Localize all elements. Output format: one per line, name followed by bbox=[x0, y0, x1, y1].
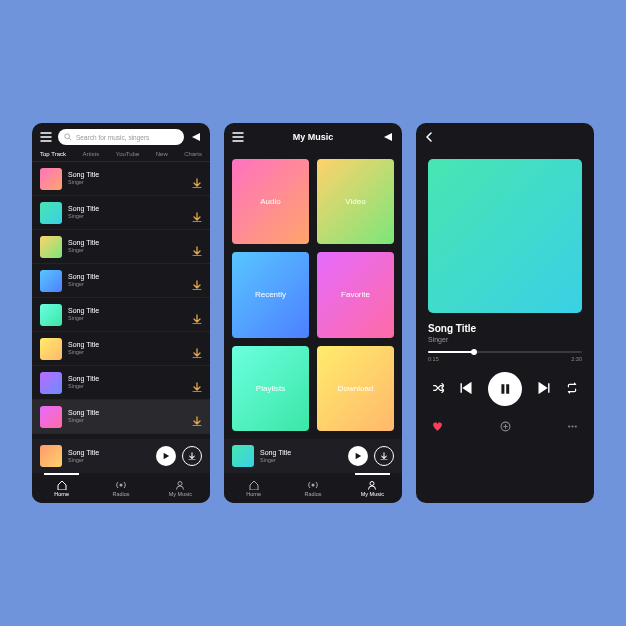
album-art-container bbox=[416, 151, 594, 317]
tab-top-track[interactable]: Top Track bbox=[40, 151, 66, 157]
tab-youtube[interactable]: YouTube bbox=[116, 151, 140, 157]
category-download[interactable]: Download bbox=[317, 346, 394, 431]
track-row[interactable]: Song Title Singer bbox=[32, 196, 210, 230]
prev-button[interactable] bbox=[460, 380, 472, 398]
repeat-button[interactable] bbox=[566, 380, 578, 398]
download-icon[interactable] bbox=[192, 344, 202, 354]
download-icon[interactable] bbox=[192, 276, 202, 286]
now-playing-artist: Singer bbox=[260, 457, 342, 463]
tab-charts[interactable]: Charts bbox=[184, 151, 202, 157]
category-label: Audio bbox=[260, 197, 280, 206]
track-artist: Singer bbox=[68, 315, 186, 321]
track-info: Song Title Singer bbox=[68, 273, 186, 287]
menu-icon[interactable] bbox=[232, 131, 244, 143]
radio-icon bbox=[116, 480, 126, 490]
play-button[interactable] bbox=[348, 446, 368, 466]
category-playlists[interactable]: Playlists bbox=[232, 346, 309, 431]
track-row[interactable]: Song Title Singer bbox=[32, 366, 210, 400]
category-label: Playlists bbox=[256, 384, 285, 393]
track-row[interactable]: Song Title Singer bbox=[32, 400, 210, 434]
progress-bar[interactable] bbox=[428, 351, 582, 353]
progress-knob[interactable] bbox=[471, 349, 477, 355]
category-favorite[interactable]: Favorite bbox=[317, 252, 394, 337]
screen-my-music: My Music AudioVideoRecentlyFavoritePlayl… bbox=[224, 123, 402, 503]
tab-artists[interactable]: Artists bbox=[83, 151, 100, 157]
time-total: 2:30 bbox=[571, 356, 582, 362]
share-icon[interactable] bbox=[382, 131, 394, 143]
menu-icon[interactable] bbox=[40, 131, 52, 143]
track-title: Song Title bbox=[68, 239, 186, 247]
nav-radios[interactable]: Radios bbox=[91, 473, 150, 503]
secondary-controls bbox=[416, 414, 594, 446]
time-elapsed: 0:15 bbox=[428, 356, 439, 362]
progress: 0:15 2:30 bbox=[416, 345, 594, 364]
now-playing-info: Song Title Singer bbox=[68, 449, 150, 463]
category-video[interactable]: Video bbox=[317, 159, 394, 244]
mini-player[interactable]: Song Title Singer bbox=[32, 439, 210, 473]
track-list: Song Title Singer Song Title Singer Song… bbox=[32, 162, 210, 439]
category-recently[interactable]: Recently bbox=[232, 252, 309, 337]
main-controls bbox=[416, 364, 594, 414]
track-info: Song Title Singer bbox=[68, 307, 186, 321]
next-button[interactable] bbox=[538, 380, 550, 398]
nav-my-music[interactable]: My Music bbox=[343, 473, 402, 503]
back-button[interactable] bbox=[424, 128, 434, 146]
download-icon[interactable] bbox=[192, 378, 202, 388]
heart-icon[interactable] bbox=[432, 418, 443, 436]
track-title: Song Title bbox=[68, 171, 186, 179]
play-button[interactable] bbox=[156, 446, 176, 466]
track-art bbox=[40, 372, 62, 394]
bottom-nav: HomeRadiosMy Music bbox=[224, 473, 402, 503]
track-row[interactable]: Song Title Singer bbox=[32, 230, 210, 264]
download-icon[interactable] bbox=[192, 242, 202, 252]
nav-label: My Music bbox=[361, 491, 384, 497]
nav-home[interactable]: Home bbox=[224, 473, 283, 503]
category-grid: AudioVideoRecentlyFavoritePlaylistsDownl… bbox=[224, 151, 402, 439]
pause-button[interactable] bbox=[488, 372, 522, 406]
category-audio[interactable]: Audio bbox=[232, 159, 309, 244]
download-icon[interactable] bbox=[192, 310, 202, 320]
home-icon bbox=[57, 480, 67, 490]
track-art bbox=[40, 202, 62, 224]
download-icon[interactable] bbox=[192, 208, 202, 218]
download-icon[interactable] bbox=[192, 174, 202, 184]
bottom-nav: HomeRadiosMy Music bbox=[32, 473, 210, 503]
track-art bbox=[40, 236, 62, 258]
nav-my-music[interactable]: My Music bbox=[151, 473, 210, 503]
category-label: Download bbox=[338, 384, 374, 393]
more-icon[interactable] bbox=[567, 418, 578, 436]
person-icon bbox=[175, 480, 185, 490]
album-art bbox=[428, 159, 582, 313]
radio-icon bbox=[308, 480, 318, 490]
mini-player[interactable]: Song Title Singer bbox=[224, 439, 402, 473]
nav-label: Home bbox=[54, 491, 69, 497]
person-icon bbox=[367, 480, 377, 490]
shuffle-button[interactable] bbox=[432, 380, 444, 398]
share-icon[interactable] bbox=[190, 131, 202, 143]
nav-label: Radios bbox=[304, 491, 321, 497]
track-art bbox=[40, 304, 62, 326]
category-label: Video bbox=[345, 197, 365, 206]
nav-home[interactable]: Home bbox=[32, 473, 91, 503]
track-row[interactable]: Song Title Singer bbox=[32, 332, 210, 366]
track-info: Song Title Singer bbox=[68, 205, 186, 219]
track-art bbox=[40, 168, 62, 190]
track-artist: Singer bbox=[428, 336, 582, 343]
nav-label: Home bbox=[246, 491, 261, 497]
track-row[interactable]: Song Title Singer bbox=[32, 264, 210, 298]
download-icon[interactable] bbox=[192, 412, 202, 422]
track-artist: Singer bbox=[68, 179, 186, 185]
track-row[interactable]: Song Title Singer bbox=[32, 162, 210, 196]
home-icon bbox=[249, 480, 259, 490]
download-button[interactable] bbox=[182, 446, 202, 466]
download-button[interactable] bbox=[374, 446, 394, 466]
track-title: Song Title bbox=[68, 409, 186, 417]
add-icon[interactable] bbox=[500, 418, 511, 436]
tab-new[interactable]: New bbox=[156, 151, 168, 157]
screen-track-list: Search for music, singers Top TrackArtis… bbox=[32, 123, 210, 503]
nav-radios[interactable]: Radios bbox=[283, 473, 342, 503]
track-artist: Singer bbox=[68, 383, 186, 389]
track-row[interactable]: Song Title Singer bbox=[32, 298, 210, 332]
search-input[interactable]: Search for music, singers bbox=[58, 129, 184, 145]
now-playing-art bbox=[40, 445, 62, 467]
